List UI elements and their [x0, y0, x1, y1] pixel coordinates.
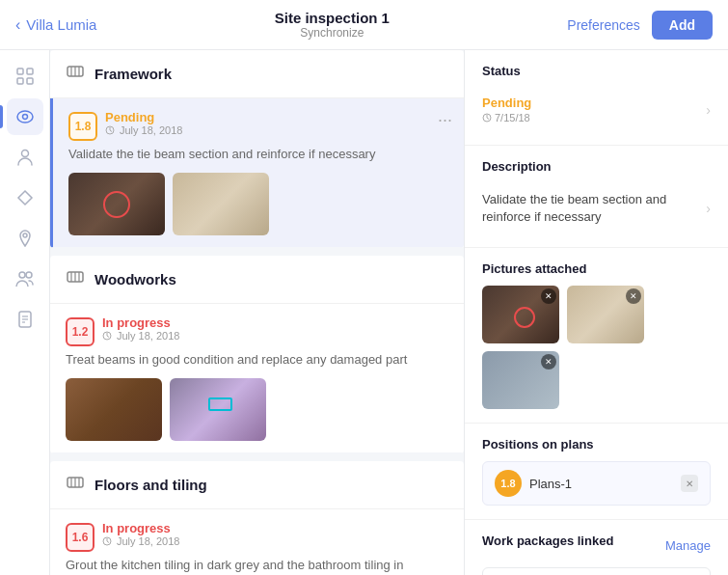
right-panel: Status Pending 7/15/18 › Description Val…	[465, 50, 728, 575]
obs-desc-1-2: Treat beams in good condition and replac…	[66, 351, 448, 369]
sidebar-item-people[interactable]	[7, 260, 43, 297]
header-right: Preferences Add	[567, 11, 713, 40]
detail-image-1: ✕	[482, 286, 559, 343]
description-text: Validate the tie beam section and reinfo…	[482, 191, 706, 226]
svg-rect-0	[17, 68, 23, 74]
status-label: Status	[482, 64, 711, 78]
status-value: Pending	[482, 96, 531, 110]
back-button[interactable]: ‹	[15, 16, 20, 34]
detail-work-packages-section: Work packages linked Manage Framework ✕	[465, 520, 728, 575]
obs-date-1-6: July 18, 2018	[117, 535, 179, 547]
section-woodworks-header: Woodworks	[50, 256, 464, 304]
obs-status-1-6: In progress	[102, 521, 179, 535]
svg-line-20	[110, 130, 112, 132]
sidebar-item-location[interactable]	[7, 220, 43, 257]
description-row[interactable]: Validate the tie beam section and reinfo…	[482, 183, 711, 233]
project-name[interactable]: Villa Lumia	[26, 16, 96, 33]
positions-row: 1.8 Plans-1 ✕	[482, 461, 711, 506]
remove-image-1-button[interactable]: ✕	[541, 288, 556, 304]
sidebar-item-grid[interactable]	[7, 58, 43, 95]
obs-images-1-2	[66, 378, 448, 441]
detail-image-2: ✕	[567, 286, 644, 343]
obs-image-2	[173, 173, 269, 235]
sidebar-item-person[interactable]	[7, 139, 43, 176]
detail-status-section: Status Pending 7/15/18 ›	[465, 50, 728, 146]
description-chevron-icon: ›	[706, 201, 711, 216]
obs-menu-button[interactable]: ···	[438, 110, 452, 130]
svg-rect-1	[27, 68, 33, 74]
page-title: Site inspection 1	[275, 10, 390, 26]
obs-date-1-8: July 18, 2018	[120, 124, 182, 136]
obs-image-1	[68, 173, 165, 235]
section-floors: Floors and tiling 1.6 In progress July 1…	[50, 461, 464, 575]
sidebar-item-document[interactable]	[7, 301, 43, 338]
framework-package-row: Framework ✕	[482, 567, 711, 575]
positions-label: Positions on plans	[482, 437, 711, 452]
section-woodworks: Woodworks 1.2 In progress July 18, 2018 …	[50, 256, 464, 453]
section-framework: Framework 1.8 Pending July 18, 2018 Vali…	[50, 50, 464, 248]
description-label: Description	[482, 159, 711, 174]
obs-image-wood	[66, 378, 162, 441]
detail-description-section: Description Validate the tie beam sectio…	[465, 146, 728, 248]
obs-status-1-8: Pending	[105, 110, 182, 124]
obs-desc-1-6: Grout the kitchen tiling in dark grey an…	[66, 557, 448, 574]
pictures-label: Pictures attached	[482, 261, 711, 276]
preferences-button[interactable]: Preferences	[567, 17, 639, 33]
section-framework-title: Framework	[94, 66, 172, 82]
obs-date-1-2: July 18, 2018	[117, 330, 179, 342]
observation-1-6[interactable]: 1.6 In progress July 18, 2018 Grout the …	[50, 509, 464, 575]
woodworks-icon	[66, 267, 85, 291]
svg-line-27	[107, 336, 109, 338]
left-panel: Framework 1.8 Pending July 18, 2018 Vali…	[50, 50, 465, 575]
main-layout: Framework 1.8 Pending July 18, 2018 Vali…	[0, 50, 728, 575]
remove-image-3-button[interactable]: ✕	[541, 354, 556, 370]
obs-badge-1-6: 1.6	[66, 523, 94, 552]
svg-point-7	[23, 233, 27, 237]
detail-pictures-section: Pictures attached ✕ ✕ ✕	[465, 248, 728, 424]
obs-images-1-8	[68, 173, 448, 235]
sidebar-icons	[0, 50, 50, 575]
add-button[interactable]: Add	[652, 11, 713, 40]
remove-image-2-button[interactable]: ✕	[626, 288, 641, 304]
floors-icon	[66, 473, 85, 497]
status-date: 7/15/18	[495, 112, 530, 123]
remove-position-button[interactable]: ✕	[681, 475, 698, 492]
detail-positions-section: Positions on plans 1.8 Plans-1 ✕	[465, 424, 728, 520]
header-center: Site inspection 1 Synchronize	[275, 10, 390, 40]
page-subtitle: Synchronize	[275, 26, 390, 40]
sidebar-item-diamond[interactable]	[7, 179, 43, 216]
obs-badge-1-2: 1.2	[66, 317, 94, 346]
framework-icon	[66, 62, 85, 86]
obs-status-1-2: In progress	[102, 315, 179, 330]
manage-button[interactable]: Manage	[665, 538, 711, 553]
detail-image-3: ✕	[482, 351, 559, 409]
svg-rect-3	[27, 78, 33, 84]
header: ‹ Villa Lumia Site inspection 1 Synchron…	[0, 0, 728, 50]
section-framework-header: Framework	[50, 50, 464, 98]
status-chevron-icon: ›	[706, 102, 711, 118]
svg-point-8	[19, 272, 25, 278]
observation-1-8[interactable]: 1.8 Pending July 18, 2018 Validate the t…	[50, 98, 464, 248]
section-woodworks-title: Woodworks	[94, 271, 176, 288]
svg-point-9	[26, 272, 32, 278]
observation-1-2[interactable]: 1.2 In progress July 18, 2018 Treat beam…	[50, 304, 464, 453]
svg-line-34	[107, 541, 109, 543]
svg-rect-2	[17, 78, 23, 84]
work-packages-label: Work packages linked	[482, 534, 613, 548]
section-floors-title: Floors and tiling	[94, 477, 207, 493]
section-floors-header: Floors and tiling	[50, 461, 464, 509]
obs-image-room	[170, 378, 266, 441]
svg-point-5	[22, 115, 27, 120]
svg-point-6	[21, 151, 28, 157]
position-name: Plans-1	[529, 477, 572, 491]
detail-images: ✕ ✕ ✕	[482, 286, 711, 409]
obs-desc-1-8: Validate the tie beam section and reinfo…	[68, 146, 448, 163]
status-row[interactable]: Pending 7/15/18 ›	[482, 88, 711, 131]
sidebar-item-eye[interactable]	[7, 98, 43, 135]
svg-point-4	[17, 111, 33, 123]
svg-line-37	[487, 118, 489, 120]
obs-badge-1-8: 1.8	[68, 112, 97, 141]
position-badge: 1.8	[495, 470, 522, 497]
header-left: ‹ Villa Lumia	[15, 16, 96, 34]
